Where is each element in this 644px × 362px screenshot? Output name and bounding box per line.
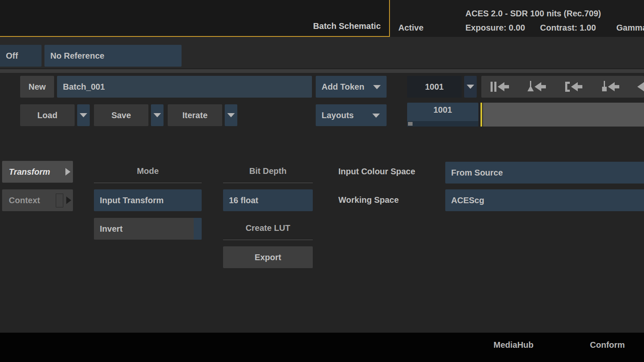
bit-depth-value: 16 float xyxy=(229,196,258,205)
create-lut-label: Create LUT xyxy=(223,223,313,233)
chevron-down-icon xyxy=(373,85,381,89)
layouts-dropdown[interactable]: Layouts xyxy=(316,104,387,126)
new-button-label: New xyxy=(29,82,46,92)
timeline-track[interactable] xyxy=(483,103,644,127)
add-token-dropdown[interactable]: Add Token xyxy=(316,76,387,98)
bottom-bar: MediaHub Conform xyxy=(0,333,644,362)
save-button[interactable]: Save xyxy=(94,104,148,126)
mediahub-button[interactable]: MediaHub xyxy=(493,340,534,350)
transport-bar xyxy=(481,76,644,98)
timeline-scroll-thumb[interactable] xyxy=(408,122,413,126)
export-button-label: Export xyxy=(254,253,281,262)
input-colour-space-field[interactable]: From Source xyxy=(445,162,644,184)
timeline-scrollbar[interactable] xyxy=(407,121,478,127)
exposure-value[interactable]: Exposure: 0.00 xyxy=(465,23,525,33)
timeline-frame-field[interactable]: 1001 xyxy=(407,103,478,127)
playhead[interactable] xyxy=(480,103,482,127)
working-space-value: ACEScg xyxy=(451,196,484,205)
chevron-down-icon xyxy=(227,113,235,117)
timeline-frame-value: 1001 xyxy=(407,105,478,115)
flame-batch-screen: Batch Schematic Active ACES 2.0 - SDR 10… xyxy=(0,0,644,362)
iterate-dropdown-button[interactable] xyxy=(225,104,237,126)
invert-label: Invert xyxy=(100,224,122,234)
transform-button[interactable]: Transform xyxy=(2,161,73,183)
frame-dropdown-button[interactable] xyxy=(464,76,477,98)
prev-keyframe-icon[interactable] xyxy=(527,81,547,93)
chevron-down-icon xyxy=(467,85,474,89)
viewer-active-label[interactable]: Active xyxy=(398,23,423,33)
save-dropdown-button[interactable] xyxy=(151,104,164,126)
no-reference-button[interactable]: No Reference xyxy=(44,45,182,67)
divider xyxy=(223,183,313,183)
input-transform-label: Input Transform xyxy=(100,196,164,205)
chevron-right-icon xyxy=(65,168,70,176)
layouts-label: Layouts xyxy=(322,111,354,120)
prev-marker-icon[interactable] xyxy=(601,81,620,93)
chevron-down-icon xyxy=(80,113,87,117)
colour-policy-label[interactable]: ACES 2.0 - SDR 100 nits (Rec.709) xyxy=(465,9,601,18)
context-state-box xyxy=(56,194,63,207)
mode-label: Mode xyxy=(94,166,202,176)
chevron-right-icon xyxy=(66,197,71,204)
reference-off-button[interactable]: Off xyxy=(0,45,42,67)
working-space-field[interactable]: ACEScg xyxy=(445,189,644,211)
batch-name-field[interactable]: Batch_001 xyxy=(57,76,312,98)
current-frame-field[interactable]: 1001 xyxy=(407,76,462,98)
load-button-label: Load xyxy=(37,111,57,120)
bit-depth-button[interactable]: 16 float xyxy=(223,189,313,211)
reference-row: Off No Reference xyxy=(0,37,644,68)
load-button[interactable]: Load xyxy=(20,104,75,126)
export-button[interactable]: Export xyxy=(223,246,313,268)
input-transform-button[interactable]: Input Transform xyxy=(94,189,202,211)
chevron-down-icon xyxy=(153,113,161,117)
tab-batch-schematic[interactable]: Batch Schematic xyxy=(0,0,390,37)
batch-name-value: Batch_001 xyxy=(63,82,105,92)
working-space-label: Working Space xyxy=(338,195,399,205)
gamma-value[interactable]: Gamma xyxy=(616,23,644,33)
save-button-label: Save xyxy=(112,111,131,120)
load-dropdown-button[interactable] xyxy=(77,104,90,126)
reference-off-label: Off xyxy=(6,51,18,61)
iterate-button-label: Iterate xyxy=(182,111,208,120)
prev-frame-icon[interactable] xyxy=(636,81,644,93)
goto-start-icon[interactable] xyxy=(491,81,510,93)
context-button[interactable]: Context xyxy=(2,189,73,211)
chevron-down-icon xyxy=(372,114,380,118)
input-colour-space-value: From Source xyxy=(451,168,503,178)
bit-depth-label: Bit Depth xyxy=(223,166,313,176)
divider xyxy=(223,240,313,240)
section-divider-strip xyxy=(0,68,644,73)
invert-toggle[interactable]: Invert xyxy=(94,218,202,240)
context-button-label: Context xyxy=(9,196,40,205)
tab-batch-schematic-label: Batch Schematic xyxy=(313,21,381,31)
divider xyxy=(94,183,202,183)
add-token-label: Add Token xyxy=(322,82,364,92)
new-button[interactable]: New xyxy=(20,76,54,98)
prev-cut-icon[interactable] xyxy=(564,81,583,93)
no-reference-label: No Reference xyxy=(50,51,104,61)
conform-button[interactable]: Conform xyxy=(590,340,625,350)
transform-button-label: Transform xyxy=(9,167,50,177)
input-colour-space-label: Input Colour Space xyxy=(338,167,415,176)
iterate-button[interactable]: Iterate xyxy=(168,104,222,126)
contrast-value[interactable]: Contrast: 1.00 xyxy=(540,23,596,33)
top-bar: Batch Schematic Active ACES 2.0 - SDR 10… xyxy=(0,0,644,37)
current-frame-value: 1001 xyxy=(425,82,444,92)
invert-active-strip xyxy=(194,218,202,240)
